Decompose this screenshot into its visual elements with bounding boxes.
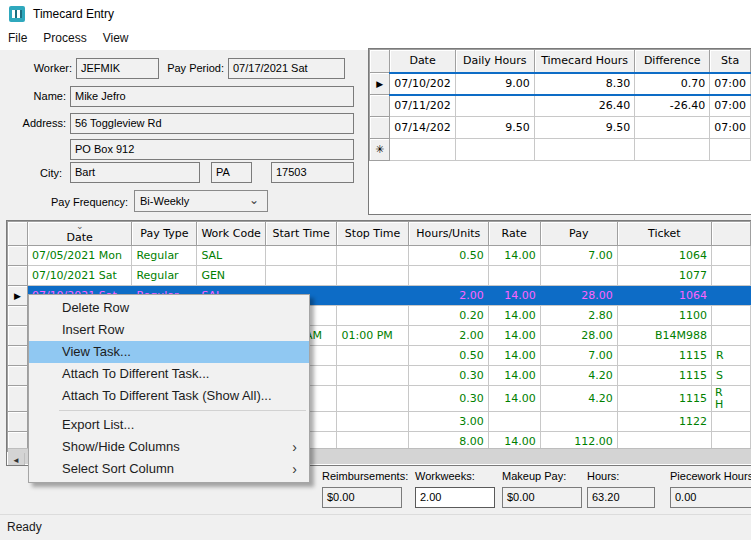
grid-cell[interactable]: 07/10/202: [390, 73, 455, 95]
grid-cell[interactable]: [455, 139, 534, 161]
column-header-sta[interactable]: Sta: [710, 50, 751, 73]
menu-item-export-list[interactable]: Export List...: [29, 414, 309, 436]
grid-cell[interactable]: [337, 366, 408, 386]
grid-cell[interactable]: 26.40: [534, 95, 634, 117]
grid-cell[interactable]: 0.50: [408, 246, 488, 266]
grid-cell[interactable]: [408, 266, 488, 286]
grid-cell[interactable]: [635, 139, 710, 161]
grid-cell[interactable]: 14.00: [488, 246, 540, 266]
grid-cell[interactable]: [337, 286, 408, 306]
grid-cell[interactable]: 0.30: [408, 386, 488, 412]
column-header-pay-type[interactable]: Pay Type: [132, 222, 197, 246]
grid-cell[interactable]: 1115: [617, 366, 711, 386]
grid-cell[interactable]: [540, 412, 617, 432]
row-header[interactable]: ✳: [370, 139, 390, 161]
grid-cell[interactable]: [711, 306, 750, 326]
grid-cell[interactable]: 0.50: [408, 346, 488, 366]
grid-cell[interactable]: [488, 266, 540, 286]
row-header[interactable]: [8, 246, 28, 266]
grid-cell[interactable]: Regular: [132, 246, 197, 266]
grid-cell[interactable]: 07:00: [710, 117, 751, 139]
column-header-start-time[interactable]: Start Time: [265, 222, 337, 246]
grid-cell[interactable]: [711, 246, 750, 266]
grid-cell[interactable]: [337, 412, 408, 432]
grid-cell[interactable]: [711, 286, 750, 306]
grid-cell[interactable]: 1064: [617, 246, 711, 266]
row-header[interactable]: [370, 117, 390, 139]
grid-cell[interactable]: [635, 117, 710, 139]
grid-corner[interactable]: [370, 50, 390, 73]
grid-cell[interactable]: [534, 139, 634, 161]
row-header[interactable]: [8, 412, 28, 432]
menu-item-show-hide-columns[interactable]: Show/Hide Columns›: [29, 436, 309, 458]
grid-cell[interactable]: 9.50: [534, 117, 634, 139]
grid-cell[interactable]: 07:00: [710, 95, 751, 117]
grid-cell[interactable]: [711, 266, 750, 286]
column-header-daily-hours[interactable]: Daily Hours: [455, 50, 534, 73]
menu-item-view-task[interactable]: View Task...: [29, 341, 309, 363]
column-header-ticket[interactable]: Ticket: [617, 222, 711, 246]
grid-cell[interactable]: [337, 306, 408, 326]
grid-cell[interactable]: S: [711, 366, 750, 386]
grid-cell[interactable]: 8.30: [534, 73, 634, 95]
grid-cell[interactable]: 0.20: [408, 306, 488, 326]
grid-cell[interactable]: 4.20: [540, 386, 617, 412]
grid-cell[interactable]: Regular: [132, 266, 197, 286]
grid-cell[interactable]: [488, 412, 540, 432]
grid-cell[interactable]: R: [711, 346, 750, 366]
column-header-extra[interactable]: [711, 222, 750, 246]
menu-process[interactable]: Process: [35, 28, 94, 48]
grid-cell[interactable]: 14.00: [488, 306, 540, 326]
menu-item-delete-row[interactable]: Delete Row: [29, 297, 309, 319]
grid-cell[interactable]: 3.00: [408, 412, 488, 432]
row-header[interactable]: [370, 95, 390, 117]
grid-cell[interactable]: 7.00: [540, 346, 617, 366]
grid-cell[interactable]: [390, 139, 455, 161]
row-header[interactable]: ▶: [8, 286, 28, 306]
scroll-left-icon[interactable]: ◄: [8, 453, 25, 466]
column-header-pay[interactable]: Pay: [540, 222, 617, 246]
menu-view[interactable]: View: [95, 28, 137, 48]
grid-cell[interactable]: 28.00: [540, 326, 617, 346]
grid-cell[interactable]: 1100: [617, 306, 711, 326]
row-header[interactable]: [8, 366, 28, 386]
column-header-stop-time[interactable]: Stop Time: [337, 222, 408, 246]
workweeks-field[interactable]: 2.00: [415, 487, 495, 508]
grid-cell[interactable]: 01:00 PM: [337, 326, 408, 346]
row-header[interactable]: [8, 386, 28, 412]
grid-cell[interactable]: 1122: [617, 412, 711, 432]
row-header[interactable]: [8, 266, 28, 286]
row-header[interactable]: [8, 346, 28, 366]
grid-cell[interactable]: 0.30: [408, 366, 488, 386]
grid-cell[interactable]: 07/05/2021 Mon: [27, 246, 132, 266]
grid-cell[interactable]: 1115: [617, 346, 711, 366]
grid-cell[interactable]: 7.00: [540, 246, 617, 266]
grid-cell[interactable]: R H: [711, 386, 750, 412]
grid-cell[interactable]: 14.00: [488, 286, 540, 306]
grid-cell[interactable]: [711, 412, 750, 432]
grid-corner[interactable]: [8, 222, 28, 246]
pay-frequency-select[interactable]: Bi-Weekly ⌄: [134, 190, 268, 212]
grid-cell[interactable]: 2.00: [408, 286, 488, 306]
row-header[interactable]: [8, 326, 28, 346]
grid-cell[interactable]: 07/10/2021 Sat: [27, 266, 132, 286]
row-header[interactable]: [8, 306, 28, 326]
grid-cell[interactable]: GEN: [197, 266, 266, 286]
grid-cell[interactable]: [337, 346, 408, 366]
grid-cell[interactable]: [337, 246, 408, 266]
menu-item-insert-row[interactable]: Insert Row: [29, 319, 309, 341]
grid-cell[interactable]: 07/14/202: [390, 117, 455, 139]
menu-item-attach-to-different-task[interactable]: Attach To Different Task...: [29, 363, 309, 385]
grid-cell[interactable]: 4.20: [540, 366, 617, 386]
grid-cell[interactable]: [337, 386, 408, 412]
column-header-timecard-hours[interactable]: Timecard Hours: [534, 50, 634, 73]
grid-cell[interactable]: 1115: [617, 386, 711, 412]
column-header-work-code[interactable]: Work Code: [197, 222, 266, 246]
grid-cell[interactable]: [265, 246, 337, 266]
grid-cell[interactable]: [711, 326, 750, 346]
menu-item-attach-to-different-task-show-all[interactable]: Attach To Different Task (Show All)...: [29, 385, 309, 407]
grid-cell[interactable]: [710, 139, 751, 161]
grid-cell[interactable]: 9.50: [455, 117, 534, 139]
menu-file[interactable]: File: [0, 28, 35, 48]
grid-cell[interactable]: 14.00: [488, 386, 540, 412]
